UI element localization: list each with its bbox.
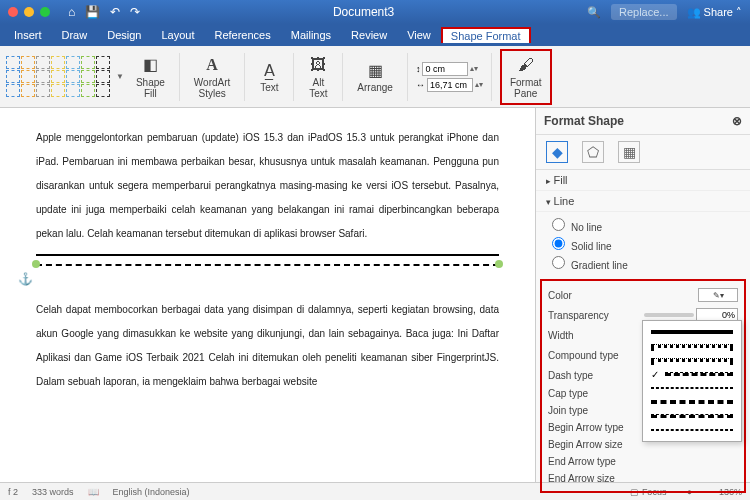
line-type-options: No line Solid line Gradient line <box>536 212 750 277</box>
transparency-label: Transparency <box>548 310 609 321</box>
tab-draw[interactable]: Draw <box>52 26 98 44</box>
shape-styles[interactable] <box>6 56 110 97</box>
save-icon[interactable]: 💾 <box>85 5 100 19</box>
dash-option-dash-dot[interactable] <box>647 381 737 395</box>
tab-design[interactable]: Design <box>97 26 151 44</box>
solid-line[interactable] <box>36 254 499 256</box>
alt-text-icon: 🖼 <box>308 55 328 75</box>
dash-type-menu <box>642 320 742 442</box>
dash-option-square-dot[interactable] <box>647 353 737 367</box>
layout-tab[interactable]: ▦ <box>618 141 640 163</box>
cap-label: Cap type <box>548 388 588 399</box>
search-input[interactable]: Replace... <box>611 4 677 20</box>
language[interactable]: English (Indonesia) <box>113 487 190 497</box>
color-label: Color <box>548 290 572 301</box>
width-input[interactable] <box>427 78 473 92</box>
width-icon: ↔ <box>416 80 425 90</box>
pane-title: Format Shape <box>544 114 624 128</box>
paragraph: Apple menggelontorkan pembaruan (update)… <box>36 126 499 246</box>
search-icon[interactable]: 🔍 <box>587 6 601 19</box>
ribbon: ▼ ◧Shape Fill AWordArt Styles A̲Text 🖼Al… <box>0 46 750 108</box>
document-title: Document3 <box>140 5 587 19</box>
dash-option-long-dash[interactable] <box>647 395 737 409</box>
page-count[interactable]: f 2 <box>8 487 18 497</box>
join-label: Join type <box>548 405 588 416</box>
shape-fill-button[interactable]: ◧Shape Fill <box>130 53 171 101</box>
tab-references[interactable]: References <box>204 26 280 44</box>
tab-layout[interactable]: Layout <box>151 26 204 44</box>
word-count[interactable]: 333 words <box>32 487 74 497</box>
spellcheck-icon[interactable]: 📖 <box>88 487 99 497</box>
dash-option-long-dash-dot[interactable] <box>647 409 737 423</box>
undo-icon[interactable]: ↶ <box>110 5 120 19</box>
bucket-icon: ◧ <box>140 55 160 75</box>
dash-option-long-dash-dot-dot[interactable] <box>647 423 737 437</box>
arrange-button[interactable]: ▦Arrange <box>351 58 399 95</box>
line-section[interactable]: Line <box>536 191 750 212</box>
begin-arrow-size-label: Begin Arrow size <box>548 439 622 450</box>
alt-text-button[interactable]: 🖼Alt Text <box>302 53 334 101</box>
tab-review[interactable]: Review <box>341 26 397 44</box>
anchor-icon: ⚓ <box>18 265 33 294</box>
resize-handle-right[interactable] <box>495 260 503 268</box>
tab-shape-format[interactable]: Shape Format <box>441 27 531 43</box>
resize-handle-left[interactable] <box>32 260 40 268</box>
brush-icon: 🖌 <box>516 55 536 75</box>
fill-section[interactable]: Fill <box>536 170 750 191</box>
home-icon[interactable]: ⌂ <box>68 5 75 19</box>
text-button[interactable]: A̲Text <box>253 58 285 95</box>
close-pane-icon[interactable]: ⊗ <box>732 114 742 128</box>
width-label: Width <box>548 330 574 341</box>
format-pane-button[interactable]: 🖌Format Pane <box>504 53 548 101</box>
dash-label: Dash type <box>548 370 593 381</box>
paragraph: Celah dapat membocorkan berbagai data ya… <box>36 298 499 394</box>
format-shape-pane: Format Shape⊗ ◆ ⬠ ▦ Fill Line No line So… <box>535 108 750 482</box>
titlebar: ⌂ 💾 ↶ ↷ Document3 🔍 Replace... 👥 Share ˄ <box>0 0 750 24</box>
end-arrow-type-label: End Arrow type <box>548 456 616 467</box>
maximize-icon[interactable] <box>40 7 50 17</box>
ribbon-tabs: Insert Draw Design Layout References Mai… <box>0 24 750 46</box>
dash-option-round-dot[interactable] <box>647 339 737 353</box>
fill-line-tab[interactable]: ◆ <box>546 141 568 163</box>
tab-mailings[interactable]: Mailings <box>281 26 341 44</box>
begin-arrow-type-label: Begin Arrow type <box>548 422 624 433</box>
document-area[interactable]: Apple menggelontorkan pembaruan (update)… <box>0 108 535 482</box>
transparency-slider[interactable] <box>644 313 694 317</box>
text-icon: A̲ <box>259 60 279 80</box>
redo-icon[interactable]: ↷ <box>130 5 140 19</box>
share-button[interactable]: 👥 Share ˄ <box>687 6 742 19</box>
color-picker[interactable]: ✎▾ <box>698 288 738 302</box>
wordart-button[interactable]: AWordArt Styles <box>188 53 237 101</box>
chevron-down-icon[interactable]: ▼ <box>116 72 124 81</box>
close-icon[interactable] <box>8 7 18 17</box>
arrange-icon: ▦ <box>365 60 385 80</box>
dash-option-solid[interactable] <box>647 325 737 339</box>
tab-insert[interactable]: Insert <box>4 26 52 44</box>
height-input[interactable] <box>422 62 468 76</box>
compound-label: Compound type <box>548 350 619 361</box>
no-line-radio[interactable]: No line <box>552 216 734 235</box>
height-icon: ↕ <box>416 64 421 74</box>
size-controls: ↕▴▾ ↔▴▾ <box>416 62 483 92</box>
dash-option-dash[interactable] <box>647 367 737 381</box>
end-arrow-size-label: End Arrow size <box>548 473 615 484</box>
gradient-line-radio[interactable]: Gradient line <box>552 254 734 273</box>
effects-tab[interactable]: ⬠ <box>582 141 604 163</box>
window-controls: ⌂ 💾 ↶ ↷ <box>8 5 140 19</box>
dashed-line-shape[interactable] <box>36 264 499 266</box>
minimize-icon[interactable] <box>24 7 34 17</box>
wordart-icon: A <box>202 55 222 75</box>
tab-view[interactable]: View <box>397 26 441 44</box>
solid-line-radio[interactable]: Solid line <box>552 235 734 254</box>
